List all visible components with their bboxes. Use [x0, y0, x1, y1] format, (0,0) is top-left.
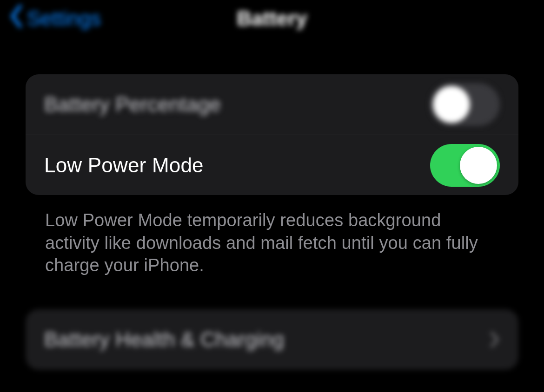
- chevron-right-icon: [490, 331, 500, 348]
- settings-group-1: Battery Percentage Low Power Mode: [26, 74, 518, 195]
- toggle-knob: [433, 86, 470, 123]
- battery-health-row[interactable]: Battery Health & Charging: [26, 309, 518, 370]
- navigation-bar: Settings Battery: [0, 0, 544, 37]
- low-power-mode-row[interactable]: Low Power Mode: [26, 135, 518, 195]
- toggle-knob: [460, 147, 497, 184]
- chevron-left-icon: [9, 5, 23, 33]
- battery-percentage-row[interactable]: Battery Percentage: [26, 74, 518, 135]
- content: Battery Percentage Low Power Mode Low Po…: [0, 37, 544, 370]
- back-label: Settings: [27, 7, 101, 30]
- low-power-mode-label: Low Power Mode: [44, 154, 204, 177]
- settings-group-2: Battery Health & Charging: [26, 309, 518, 370]
- battery-health-label: Battery Health & Charging: [44, 328, 284, 351]
- back-button[interactable]: Settings: [9, 0, 101, 37]
- low-power-mode-description: Low Power Mode temporarily reduces backg…: [26, 195, 518, 277]
- battery-percentage-label: Battery Percentage: [44, 93, 221, 116]
- low-power-mode-toggle[interactable]: [430, 144, 500, 187]
- battery-percentage-toggle[interactable]: [430, 83, 500, 126]
- page-title: Battery: [237, 7, 307, 30]
